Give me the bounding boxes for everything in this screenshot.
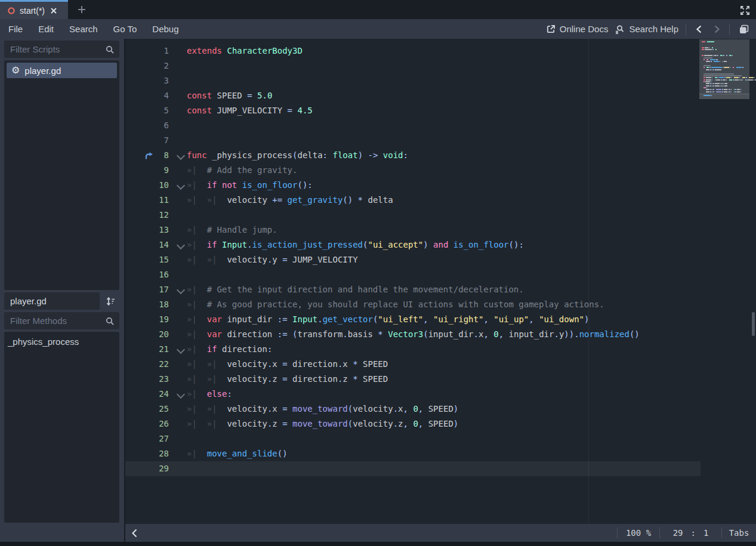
fold-chevron-icon[interactable] (177, 390, 185, 399)
fold-chevron-icon[interactable] (177, 152, 185, 160)
method-list-item[interactable]: _physics_process (8, 337, 79, 347)
menu-debug[interactable]: Debug (152, 24, 178, 34)
line-number[interactable]: 6 (125, 118, 169, 133)
code-line[interactable]: 7 (125, 133, 756, 148)
script-list-item-player[interactable]: ⚙ player.gd (7, 63, 117, 78)
code-line[interactable]: 23»|»|velocity.z = direction.z * SPEED (125, 372, 756, 387)
code-line[interactable]: 22»|»|velocity.x = direction.x * SPEED (125, 357, 756, 372)
menu-edit[interactable]: Edit (38, 24, 54, 34)
line-number[interactable]: 10 (125, 178, 169, 193)
line-number[interactable]: 11 (125, 193, 169, 208)
tab-start[interactable]: start(*) (0, 0, 68, 19)
line-number[interactable]: 7 (125, 133, 169, 148)
code-line[interactable]: 17»|# Get the input direction and handle… (125, 282, 756, 297)
code-line[interactable]: 29 (125, 461, 756, 476)
line-number[interactable]: 29 (125, 461, 169, 476)
fold-chevron-icon[interactable] (177, 286, 185, 294)
line-number[interactable]: 20 (125, 327, 169, 342)
line-number[interactable]: 1 (125, 44, 169, 58)
indent-type[interactable]: Tabs (722, 528, 756, 538)
history-forward-button[interactable] (711, 25, 722, 33)
code-line[interactable]: 25»|»|velocity.x = move_toward(velocity.… (125, 402, 756, 417)
line-number[interactable]: 22 (125, 357, 169, 372)
code-line[interactable]: 3 (125, 73, 756, 88)
cursor-position[interactable]: 29 : 1 (660, 528, 721, 538)
code-line[interactable]: 1extends CharacterBody3D (125, 44, 756, 58)
code-line[interactable]: 6 (125, 118, 756, 133)
menu-bar: File Edit Search Go To Debug Online Docs (0, 19, 756, 39)
code-line[interactable]: 8func _physics_process(delta: float) -> … (125, 148, 756, 163)
menu-goto[interactable]: Go To (113, 24, 137, 34)
line-number[interactable]: 14 (125, 237, 169, 252)
code-line[interactable]: 20»|var direction := (transform.basis * … (125, 327, 756, 342)
menu-search[interactable]: Search (69, 24, 98, 34)
scripts-list: ⚙ player.gd (4, 60, 119, 290)
line-number[interactable]: 19 (125, 312, 169, 327)
fold-chevron-icon[interactable] (177, 346, 185, 354)
external-link-icon (547, 24, 556, 33)
history-back-button[interactable] (693, 25, 704, 33)
code-line[interactable]: 27 (125, 431, 756, 446)
code-line[interactable]: 12 (125, 208, 756, 223)
new-tab-button[interactable] (73, 0, 91, 19)
toggle-scripts-panel-button[interactable] (131, 529, 138, 538)
methods-list: _physics_process (4, 332, 119, 523)
code-line[interactable]: 26»|»|velocity.z = move_toward(velocity.… (125, 417, 756, 431)
line-number[interactable]: 8 (125, 148, 169, 163)
line-number[interactable]: 24 (125, 387, 169, 402)
line-number[interactable]: 5 (125, 103, 169, 118)
filter-methods-input[interactable] (4, 316, 105, 326)
line-number[interactable]: 28 (125, 446, 169, 461)
fold-chevron-icon[interactable] (177, 241, 185, 249)
zoom-level[interactable]: 100 % (618, 528, 659, 538)
code-line[interactable]: 16 (125, 267, 756, 282)
code-line[interactable]: 24»|else: (125, 387, 756, 402)
code-line[interactable]: 28»|move_and_slide() (125, 446, 756, 461)
script-tab-bar: start(*) (0, 0, 756, 19)
code-editor[interactable]: 1extends CharacterBody3D234const SPEED =… (125, 39, 756, 524)
line-number[interactable]: 17 (125, 282, 169, 297)
line-number[interactable]: 13 (125, 223, 169, 237)
code-line[interactable]: 5const JUMP_VELOCITY = 4.5 (125, 103, 756, 118)
line-number[interactable]: 23 (125, 372, 169, 387)
minimap[interactable] (699, 39, 749, 99)
line-number[interactable]: 16 (125, 267, 169, 282)
sort-icon (105, 296, 116, 307)
line-number[interactable]: 4 (125, 88, 169, 103)
line-number[interactable]: 2 (125, 58, 169, 73)
line-number[interactable]: 25 (125, 402, 169, 417)
code-line[interactable]: 14»|if Input.is_action_just_pressed("ui_… (125, 237, 756, 252)
line-number[interactable]: 27 (125, 431, 169, 446)
line-number[interactable]: 26 (125, 417, 169, 431)
code-line[interactable]: 13»|# Handle jump. (125, 223, 756, 237)
line-number[interactable]: 18 (125, 297, 169, 312)
online-docs-button[interactable]: Online Docs (547, 24, 609, 34)
script-panel-toggle[interactable] (737, 24, 751, 35)
code-line[interactable]: 10»|if not is_on_floor(): (125, 178, 756, 193)
search-help-button[interactable]: Search Help (615, 24, 678, 34)
script-name-input[interactable] (4, 296, 100, 306)
tab-close-icon[interactable] (50, 7, 57, 14)
code-line[interactable]: 11»|»|velocity += get_gravity() * delta (125, 193, 756, 208)
line-number[interactable]: 9 (125, 163, 169, 178)
filter-scripts-input[interactable] (4, 44, 105, 54)
code-line[interactable]: 19»|var input_dir := Input.get_vector("u… (125, 312, 756, 327)
code-line[interactable]: 9»|# Add the gravity. (125, 163, 756, 178)
vertical-scrollbar[interactable] (752, 312, 755, 336)
code-line[interactable]: 4const SPEED = 5.0 (125, 88, 756, 103)
fold-chevron-icon[interactable] (177, 181, 185, 190)
line-number[interactable]: 3 (125, 73, 169, 88)
line-number[interactable]: 12 (125, 208, 169, 223)
distraction-free-toggle[interactable] (738, 4, 751, 17)
code-line[interactable]: 18»|# As good practice, you should repla… (125, 297, 756, 312)
scene-script-icon (7, 7, 16, 15)
menu-file[interactable]: File (8, 24, 23, 34)
editor-status-bar: 100 % 29 : 1 Tabs (125, 524, 756, 542)
line-number[interactable]: 21 (125, 342, 169, 357)
code-line[interactable]: 15»|»|velocity.y = JUMP_VELOCITY (125, 252, 756, 267)
bottom-edge (0, 542, 756, 546)
line-number[interactable]: 15 (125, 252, 169, 267)
code-line[interactable]: 2 (125, 58, 756, 73)
code-line[interactable]: 21»|if direction: (125, 342, 756, 357)
sort-methods-button[interactable] (103, 294, 118, 309)
